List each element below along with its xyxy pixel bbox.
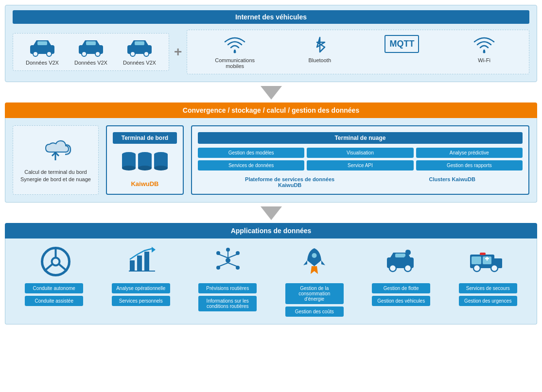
arrow-2 <box>5 206 537 220</box>
internet-content: Données V2X Données V2X <box>13 30 529 74</box>
svg-point-55 <box>473 265 480 272</box>
svg-point-10 <box>144 51 149 56</box>
conditions-routieres-btn: Informations sur les conditions routière… <box>198 296 257 311</box>
terminal-bord-header: Terminal de bord <box>113 132 177 144</box>
terminal-nuage-header: Terminal de nuage <box>198 132 523 144</box>
v2x-item-3: Données V2X <box>120 38 159 66</box>
wifi-icon <box>472 35 496 54</box>
v2x-item-1: Données V2X <box>23 38 62 66</box>
terminal-nuage: Terminal de nuage Gestion des modèles Vi… <box>191 125 529 195</box>
convergence-body: Calcul de terminal du bordSynergie de bo… <box>5 118 537 203</box>
protocol-comm-mobiles: Communicationsmobiles <box>215 35 255 69</box>
conduite-autonome-btn: Conduite autonome <box>25 283 83 293</box>
svg-point-47 <box>404 265 411 272</box>
svg-point-5 <box>82 51 87 56</box>
nuage-btn-0: Gestion des modèles <box>198 148 304 158</box>
v2x-group: Données V2X Données V2X <box>13 33 169 71</box>
protocol-group: Communicationsmobiles Bluetooth MQTT <box>187 30 529 74</box>
gestion-flotte-btn: Gestion de flotte <box>372 283 430 293</box>
main-container: Internet des véhicules Données V2X <box>5 5 537 324</box>
svg-point-9 <box>130 51 135 56</box>
svg-rect-3 <box>37 41 47 45</box>
svg-marker-32 <box>152 247 156 253</box>
svg-point-13 <box>483 51 486 53</box>
clusters-kaiwudb-label: Clusters KaiwuDB <box>429 176 475 188</box>
app-btn-group-analytics: Analyse opérationnelle Services personne… <box>112 283 170 317</box>
svg-line-42 <box>228 263 238 267</box>
arrow-down-2 <box>261 206 282 220</box>
nuage-buttons-grid: Gestion des modèles Visualisation Analys… <box>198 148 523 170</box>
v2x-label-2: Données V2X <box>74 60 107 66</box>
svg-point-12 <box>234 51 236 53</box>
svg-rect-48 <box>395 254 405 257</box>
svg-line-27 <box>59 264 68 271</box>
cloud-icon <box>38 137 72 164</box>
app-btn-group-emergency: Services de secours Gestion des urgences <box>459 283 517 317</box>
protocol-bluetooth: Bluetooth <box>303 35 337 69</box>
steering-wheel-icon <box>40 246 71 277</box>
app-item-emergency <box>457 246 515 277</box>
nuage-btn-2: Analyse prédictive <box>416 148 523 158</box>
ambulance-icon <box>469 246 503 275</box>
app-item-energy <box>285 246 343 277</box>
gestion-vehicules-btn: Gestion des véhicules <box>372 296 430 306</box>
protocol-mqtt: MQTT <box>385 35 419 69</box>
svg-point-33 <box>226 258 230 263</box>
arrow-1 <box>5 86 537 100</box>
kaiwudb-platform-label: Plateforme de services de donnéesKaiwuDB <box>245 176 334 188</box>
svg-rect-29 <box>137 256 142 271</box>
svg-point-1 <box>33 51 38 56</box>
svg-point-19 <box>138 166 152 170</box>
svg-line-39 <box>218 254 228 258</box>
svg-line-26 <box>44 264 52 271</box>
svg-point-38 <box>226 248 230 252</box>
bar-chart-icon <box>127 246 157 275</box>
svg-rect-51 <box>472 256 481 264</box>
app-btn-group-routing: Prévisions routières Informations sur le… <box>198 283 257 317</box>
app-item-analytics <box>113 246 171 277</box>
v2x-item-2: Données V2X <box>71 38 110 66</box>
section-internet: Internet des véhicules Données V2X <box>5 5 537 82</box>
nuage-btn-4: Service API <box>307 160 413 170</box>
car-icon-2 <box>76 38 105 57</box>
nuage-footer: Plateforme de services de donnéesKaiwuDB… <box>198 176 523 188</box>
nuage-btn-1: Visualisation <box>307 148 413 158</box>
section-convergence: Convergence / stockage / calcul / gestio… <box>5 102 537 203</box>
cloud-terminal-box: Calcul de terminal du bordSynergie de bo… <box>13 125 99 195</box>
svg-rect-7 <box>86 41 96 45</box>
svg-rect-30 <box>144 252 149 271</box>
bluetooth-icon <box>310 35 330 54</box>
section-apps: Applications de données <box>5 223 537 324</box>
gestion-couts-btn: Gestion des coûts <box>285 307 344 317</box>
car-icon-3 <box>125 38 154 57</box>
svg-rect-28 <box>130 260 135 271</box>
svg-point-2 <box>47 51 52 56</box>
rocket-icon <box>301 246 328 277</box>
v2x-label-3: Données V2X <box>123 60 156 66</box>
comm-mobiles-icon <box>223 35 247 54</box>
services-personnels-btn: Services personnels <box>112 296 170 306</box>
apps-body: Conduite autonome Conduite assistée Anal… <box>5 239 537 324</box>
app-item-routing <box>199 246 257 277</box>
mqtt-label <box>401 56 402 62</box>
analyse-operationnelle-btn: Analyse opérationnelle <box>112 283 170 293</box>
nuage-btn-5: Gestion des rapports <box>416 160 523 170</box>
svg-rect-57 <box>480 253 486 255</box>
svg-point-24 <box>52 258 60 266</box>
svg-line-41 <box>218 263 228 267</box>
kaiwudb-label: KaiwuDB <box>131 180 158 187</box>
network-icon <box>213 246 243 275</box>
cloud-terminal-label: Calcul de terminal du bordSynergie de bo… <box>20 169 91 184</box>
svg-point-46 <box>389 265 396 272</box>
wifi-label: Wi-Fi <box>478 57 490 63</box>
conduite-assistee-btn: Conduite assistée <box>25 296 83 306</box>
svg-rect-11 <box>135 41 144 45</box>
apps-icons-row <box>13 246 529 277</box>
svg-point-44 <box>312 253 316 258</box>
convergence-header: Convergence / stockage / calcul / gestio… <box>5 102 537 118</box>
plus-sign: + <box>169 44 187 60</box>
apps-header: Applications de données <box>5 223 537 239</box>
car-wrench-icon <box>385 246 416 277</box>
bluetooth-label: Bluetooth <box>309 57 331 63</box>
comm-mobiles-label: Communicationsmobiles <box>215 57 255 69</box>
